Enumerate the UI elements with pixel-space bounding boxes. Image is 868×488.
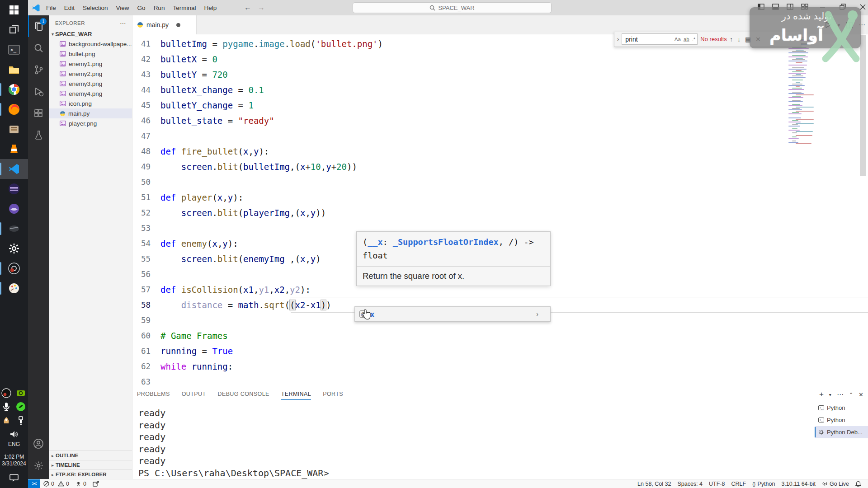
firefox-icon[interactable] <box>0 99 28 119</box>
menu-selection[interactable]: Selection <box>79 5 112 11</box>
match-case-icon[interactable]: Aa <box>675 37 681 42</box>
notification-icon[interactable] <box>0 470 28 485</box>
find-input[interactable]: print Aa ab .* <box>622 33 698 45</box>
file-item-enemy1-png[interactable]: enemy1.png <box>49 59 132 69</box>
terminal-output[interactable]: readyreadyreadyreadyreadyPS C:\Users\rah… <box>138 407 329 479</box>
tab-main-py[interactable]: main.py <box>132 15 197 34</box>
regex-icon[interactable]: .* <box>692 37 696 42</box>
file-item-main-py[interactable]: main.py <box>49 108 132 118</box>
code-editor[interactable]: 41bulletImg = pygame.image.load('bullet.… <box>132 34 868 387</box>
back-arrow-icon[interactable]: ← <box>244 4 251 12</box>
terminal-item-python[interactable]: ›_Python <box>815 414 868 426</box>
python-interpreter[interactable]: 3.10.11 64-bit <box>778 479 819 488</box>
start-button-icon[interactable] <box>0 0 28 20</box>
maximize-panel-icon[interactable]: ⌃ <box>849 392 853 398</box>
panel-tab-terminal[interactable]: TERMINAL <box>281 391 311 400</box>
close-panel-icon[interactable]: ✕ <box>859 391 863 398</box>
indentation-indicator[interactable]: Spaces: 4 <box>674 479 706 488</box>
file-item-enemy3-png[interactable]: enemy3.png <box>49 79 132 89</box>
manage-gear-icon[interactable] <box>28 455 49 476</box>
notifications-bell-icon[interactable] <box>852 479 864 488</box>
testing-icon[interactable] <box>28 124 49 145</box>
archive-app-icon[interactable] <box>0 119 28 139</box>
whole-word-icon[interactable]: ab <box>684 37 689 42</box>
panel-tab-debug-console[interactable]: DEBUG CONSOLE <box>217 391 269 400</box>
task-view-icon[interactable] <box>0 20 28 40</box>
problems-status[interactable]: 0 0 <box>40 479 72 488</box>
clock[interactable]: 1:02 PM 3/31/2024 <box>2 451 26 470</box>
section-outline[interactable]: ▸OUTLINE <box>49 450 132 460</box>
encoding-indicator[interactable]: UTF-8 <box>706 479 728 488</box>
terminal-dropdown-icon[interactable]: ▾ <box>829 392 831 397</box>
panel-tab-problems[interactable]: PROBLEMS <box>137 391 170 400</box>
next-match-icon[interactable]: ↓ <box>737 36 741 43</box>
eclipse-icon[interactable] <box>0 179 28 199</box>
debug-launch-icon[interactable] <box>90 479 102 488</box>
paint-app-icon[interactable] <box>0 278 28 298</box>
obs-icon[interactable] <box>0 258 28 278</box>
terminal-line: ready <box>138 407 329 419</box>
updater-tray-icon[interactable] <box>1 415 12 426</box>
file-item-icon-png[interactable]: icon.png <box>49 99 132 108</box>
file-item-enemy4-png[interactable]: enemy4.png <box>49 89 132 99</box>
panel-tab-output[interactable]: OUTPUT <box>182 391 206 400</box>
run-debug-icon[interactable] <box>28 80 49 102</box>
file-item-bullet-png[interactable]: bullet.png <box>49 49 132 59</box>
usb-tray-icon[interactable] <box>15 415 26 426</box>
file-item-background-wallpape-[interactable]: background-wallpape... <box>49 39 132 49</box>
watermark-logo-icon <box>818 8 863 66</box>
speaker-icon[interactable] <box>0 427 28 441</box>
razer-tray-icon[interactable] <box>15 401 26 412</box>
menu-terminal[interactable]: Terminal <box>169 5 200 11</box>
go-live-button[interactable]: Go Live <box>819 479 852 488</box>
menu-view[interactable]: View <box>112 5 133 11</box>
explorer-more-actions-icon[interactable]: ⋯ <box>120 19 127 27</box>
search-view-icon[interactable] <box>28 37 49 59</box>
vlc-icon[interactable] <box>0 139 28 159</box>
section-timeline[interactable]: ▸TIMELINE <box>49 460 132 469</box>
language-indicator[interactable]: ENG <box>8 441 20 451</box>
terminal-app-icon[interactable]: >_ <box>0 40 28 60</box>
remote-indicator-icon[interactable]: >< <box>28 479 40 488</box>
previous-match-icon[interactable]: ↑ <box>730 36 733 43</box>
expand-hint-icon[interactable]: › <box>536 310 538 318</box>
menu-go[interactable]: Go <box>133 5 150 11</box>
microphone-tray-icon[interactable] <box>1 401 12 412</box>
root-folder-row[interactable]: ▾ SPACE_WAR <box>49 29 132 39</box>
chrome-icon[interactable] <box>0 80 28 99</box>
terminal-item-python-deb-[interactable]: Python Deb... <box>815 426 868 438</box>
toggle-replace-icon[interactable]: › <box>617 36 619 42</box>
menu-help[interactable]: Help <box>200 5 221 11</box>
accounts-icon[interactable] <box>28 433 49 455</box>
panel-more-actions-icon[interactable]: ⋯ <box>837 390 844 399</box>
purple-app-icon[interactable] <box>0 199 28 219</box>
file-item-player-png[interactable]: player.png <box>49 118 132 128</box>
obs-tray-icon[interactable] <box>1 388 12 399</box>
minimap[interactable] <box>788 36 814 149</box>
menu-edit[interactable]: Edit <box>60 5 79 11</box>
forward-arrow-icon[interactable]: → <box>258 4 265 12</box>
dark-app-icon[interactable] <box>0 219 28 239</box>
line-col-indicator[interactable]: Ln 58, Col 32 <box>634 479 674 488</box>
parameter-hint-chip[interactable]: @ x › <box>354 306 551 322</box>
panel-tab-ports[interactable]: PORTS <box>323 391 343 400</box>
file-item-enemy2-png[interactable]: enemy2.png <box>49 69 132 79</box>
command-center-search[interactable]: SPACE_WAR <box>353 2 552 13</box>
dirty-dot-icon[interactable] <box>176 23 180 27</box>
nvidia-tray-icon[interactable] <box>15 388 26 399</box>
section-ftp-kr-explorer[interactable]: ▸FTP-KR: EXPLORER <box>49 469 132 479</box>
vscode-taskbar-icon[interactable] <box>0 159 28 179</box>
language-mode[interactable]: {}Python <box>749 479 778 488</box>
file-explorer-icon[interactable] <box>0 60 28 80</box>
sidebar-sections: ▸OUTLINE▸TIMELINE▸FTP-KR: EXPLORER <box>49 450 132 479</box>
ports-status[interactable]: 0 <box>72 479 90 488</box>
explorer-view-icon[interactable]: 1 <box>28 15 49 37</box>
settings-app-icon[interactable] <box>0 239 28 258</box>
source-control-icon[interactable] <box>28 59 49 80</box>
menu-run[interactable]: Run <box>150 5 169 11</box>
new-terminal-icon[interactable]: + <box>819 390 824 399</box>
eol-indicator[interactable]: CRLF <box>728 479 749 488</box>
menu-file[interactable]: File <box>42 5 60 11</box>
extensions-icon[interactable] <box>28 102 49 124</box>
terminal-item-python[interactable]: ›_Python <box>815 402 868 414</box>
